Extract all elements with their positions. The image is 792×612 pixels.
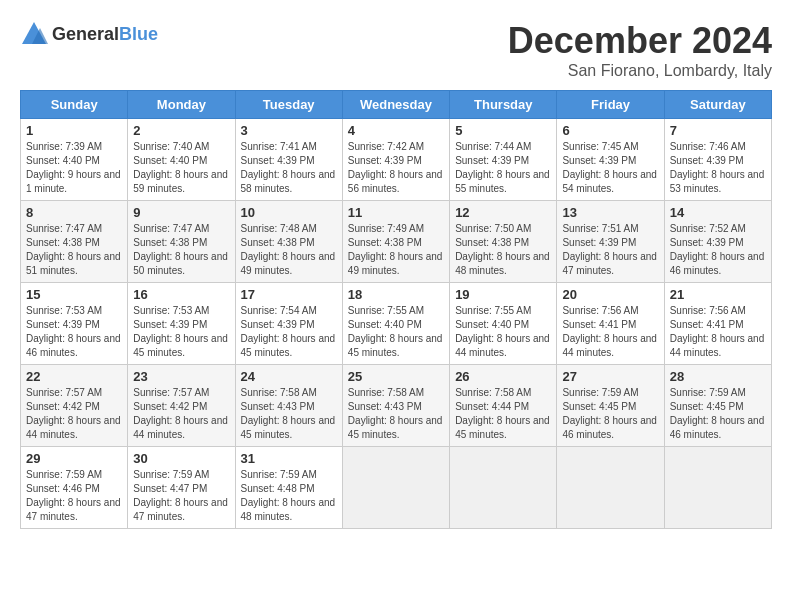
calendar-cell xyxy=(342,447,449,529)
calendar-week-4: 22Sunrise: 7:57 AM Sunset: 4:42 PM Dayli… xyxy=(21,365,772,447)
day-number: 6 xyxy=(562,123,658,138)
month-title: December 2024 xyxy=(508,20,772,62)
day-number: 22 xyxy=(26,369,122,384)
weekday-header-saturday: Saturday xyxy=(664,91,771,119)
calendar-week-5: 29Sunrise: 7:59 AM Sunset: 4:46 PM Dayli… xyxy=(21,447,772,529)
calendar-cell xyxy=(450,447,557,529)
day-info: Sunrise: 7:44 AM Sunset: 4:39 PM Dayligh… xyxy=(455,140,551,196)
day-info: Sunrise: 7:46 AM Sunset: 4:39 PM Dayligh… xyxy=(670,140,766,196)
calendar-cell: 19Sunrise: 7:55 AM Sunset: 4:40 PM Dayli… xyxy=(450,283,557,365)
day-number: 25 xyxy=(348,369,444,384)
day-number: 31 xyxy=(241,451,337,466)
day-number: 26 xyxy=(455,369,551,384)
day-info: Sunrise: 7:54 AM Sunset: 4:39 PM Dayligh… xyxy=(241,304,337,360)
day-number: 18 xyxy=(348,287,444,302)
calendar-cell: 9Sunrise: 7:47 AM Sunset: 4:38 PM Daylig… xyxy=(128,201,235,283)
day-number: 16 xyxy=(133,287,229,302)
day-info: Sunrise: 7:53 AM Sunset: 4:39 PM Dayligh… xyxy=(26,304,122,360)
day-info: Sunrise: 7:49 AM Sunset: 4:38 PM Dayligh… xyxy=(348,222,444,278)
day-number: 30 xyxy=(133,451,229,466)
calendar-cell: 3Sunrise: 7:41 AM Sunset: 4:39 PM Daylig… xyxy=(235,119,342,201)
calendar-cell: 26Sunrise: 7:58 AM Sunset: 4:44 PM Dayli… xyxy=(450,365,557,447)
day-info: Sunrise: 7:47 AM Sunset: 4:38 PM Dayligh… xyxy=(26,222,122,278)
calendar-cell: 28Sunrise: 7:59 AM Sunset: 4:45 PM Dayli… xyxy=(664,365,771,447)
calendar-cell: 15Sunrise: 7:53 AM Sunset: 4:39 PM Dayli… xyxy=(21,283,128,365)
day-info: Sunrise: 7:55 AM Sunset: 4:40 PM Dayligh… xyxy=(455,304,551,360)
day-info: Sunrise: 7:56 AM Sunset: 4:41 PM Dayligh… xyxy=(562,304,658,360)
day-number: 10 xyxy=(241,205,337,220)
day-info: Sunrise: 7:52 AM Sunset: 4:39 PM Dayligh… xyxy=(670,222,766,278)
day-info: Sunrise: 7:59 AM Sunset: 4:45 PM Dayligh… xyxy=(670,386,766,442)
day-info: Sunrise: 7:59 AM Sunset: 4:46 PM Dayligh… xyxy=(26,468,122,524)
calendar-cell: 29Sunrise: 7:59 AM Sunset: 4:46 PM Dayli… xyxy=(21,447,128,529)
day-number: 14 xyxy=(670,205,766,220)
calendar-cell: 17Sunrise: 7:54 AM Sunset: 4:39 PM Dayli… xyxy=(235,283,342,365)
day-info: Sunrise: 7:50 AM Sunset: 4:38 PM Dayligh… xyxy=(455,222,551,278)
day-info: Sunrise: 7:58 AM Sunset: 4:44 PM Dayligh… xyxy=(455,386,551,442)
header: GeneralBlue December 2024 San Fiorano, L… xyxy=(20,20,772,80)
day-number: 21 xyxy=(670,287,766,302)
day-number: 24 xyxy=(241,369,337,384)
day-info: Sunrise: 7:59 AM Sunset: 4:48 PM Dayligh… xyxy=(241,468,337,524)
day-number: 9 xyxy=(133,205,229,220)
day-info: Sunrise: 7:48 AM Sunset: 4:38 PM Dayligh… xyxy=(241,222,337,278)
calendar-table: SundayMondayTuesdayWednesdayThursdayFrid… xyxy=(20,90,772,529)
day-info: Sunrise: 7:57 AM Sunset: 4:42 PM Dayligh… xyxy=(133,386,229,442)
day-number: 29 xyxy=(26,451,122,466)
calendar-cell: 25Sunrise: 7:58 AM Sunset: 4:43 PM Dayli… xyxy=(342,365,449,447)
title-area: December 2024 San Fiorano, Lombardy, Ita… xyxy=(508,20,772,80)
location-title: San Fiorano, Lombardy, Italy xyxy=(508,62,772,80)
generalblue-logo-icon xyxy=(20,20,48,48)
calendar-week-1: 1Sunrise: 7:39 AM Sunset: 4:40 PM Daylig… xyxy=(21,119,772,201)
day-number: 3 xyxy=(241,123,337,138)
day-number: 13 xyxy=(562,205,658,220)
day-info: Sunrise: 7:47 AM Sunset: 4:38 PM Dayligh… xyxy=(133,222,229,278)
day-number: 17 xyxy=(241,287,337,302)
calendar-cell: 24Sunrise: 7:58 AM Sunset: 4:43 PM Dayli… xyxy=(235,365,342,447)
day-number: 11 xyxy=(348,205,444,220)
day-info: Sunrise: 7:57 AM Sunset: 4:42 PM Dayligh… xyxy=(26,386,122,442)
calendar-cell: 13Sunrise: 7:51 AM Sunset: 4:39 PM Dayli… xyxy=(557,201,664,283)
day-info: Sunrise: 7:41 AM Sunset: 4:39 PM Dayligh… xyxy=(241,140,337,196)
day-number: 2 xyxy=(133,123,229,138)
day-number: 28 xyxy=(670,369,766,384)
day-info: Sunrise: 7:40 AM Sunset: 4:40 PM Dayligh… xyxy=(133,140,229,196)
day-number: 8 xyxy=(26,205,122,220)
logo-blue-text: Blue xyxy=(119,24,158,44)
calendar-cell: 30Sunrise: 7:59 AM Sunset: 4:47 PM Dayli… xyxy=(128,447,235,529)
day-number: 4 xyxy=(348,123,444,138)
calendar-cell: 21Sunrise: 7:56 AM Sunset: 4:41 PM Dayli… xyxy=(664,283,771,365)
weekday-header-tuesday: Tuesday xyxy=(235,91,342,119)
day-info: Sunrise: 7:59 AM Sunset: 4:47 PM Dayligh… xyxy=(133,468,229,524)
calendar-cell: 27Sunrise: 7:59 AM Sunset: 4:45 PM Dayli… xyxy=(557,365,664,447)
day-info: Sunrise: 7:56 AM Sunset: 4:41 PM Dayligh… xyxy=(670,304,766,360)
weekday-header-thursday: Thursday xyxy=(450,91,557,119)
day-number: 12 xyxy=(455,205,551,220)
day-number: 27 xyxy=(562,369,658,384)
weekday-header-row: SundayMondayTuesdayWednesdayThursdayFrid… xyxy=(21,91,772,119)
day-info: Sunrise: 7:53 AM Sunset: 4:39 PM Dayligh… xyxy=(133,304,229,360)
weekday-header-sunday: Sunday xyxy=(21,91,128,119)
weekday-header-friday: Friday xyxy=(557,91,664,119)
day-info: Sunrise: 7:55 AM Sunset: 4:40 PM Dayligh… xyxy=(348,304,444,360)
calendar-cell: 6Sunrise: 7:45 AM Sunset: 4:39 PM Daylig… xyxy=(557,119,664,201)
calendar-cell: 12Sunrise: 7:50 AM Sunset: 4:38 PM Dayli… xyxy=(450,201,557,283)
calendar-cell: 5Sunrise: 7:44 AM Sunset: 4:39 PM Daylig… xyxy=(450,119,557,201)
day-number: 20 xyxy=(562,287,658,302)
day-info: Sunrise: 7:58 AM Sunset: 4:43 PM Dayligh… xyxy=(241,386,337,442)
calendar-body: 1Sunrise: 7:39 AM Sunset: 4:40 PM Daylig… xyxy=(21,119,772,529)
logo-general-text: General xyxy=(52,24,119,44)
calendar-week-2: 8Sunrise: 7:47 AM Sunset: 4:38 PM Daylig… xyxy=(21,201,772,283)
calendar-cell: 10Sunrise: 7:48 AM Sunset: 4:38 PM Dayli… xyxy=(235,201,342,283)
calendar-cell: 22Sunrise: 7:57 AM Sunset: 4:42 PM Dayli… xyxy=(21,365,128,447)
calendar-cell: 20Sunrise: 7:56 AM Sunset: 4:41 PM Dayli… xyxy=(557,283,664,365)
calendar-cell: 16Sunrise: 7:53 AM Sunset: 4:39 PM Dayli… xyxy=(128,283,235,365)
day-info: Sunrise: 7:42 AM Sunset: 4:39 PM Dayligh… xyxy=(348,140,444,196)
calendar-cell: 31Sunrise: 7:59 AM Sunset: 4:48 PM Dayli… xyxy=(235,447,342,529)
calendar-cell: 23Sunrise: 7:57 AM Sunset: 4:42 PM Dayli… xyxy=(128,365,235,447)
logo: GeneralBlue xyxy=(20,20,158,48)
calendar-cell xyxy=(664,447,771,529)
weekday-header-wednesday: Wednesday xyxy=(342,91,449,119)
day-number: 19 xyxy=(455,287,551,302)
day-info: Sunrise: 7:51 AM Sunset: 4:39 PM Dayligh… xyxy=(562,222,658,278)
